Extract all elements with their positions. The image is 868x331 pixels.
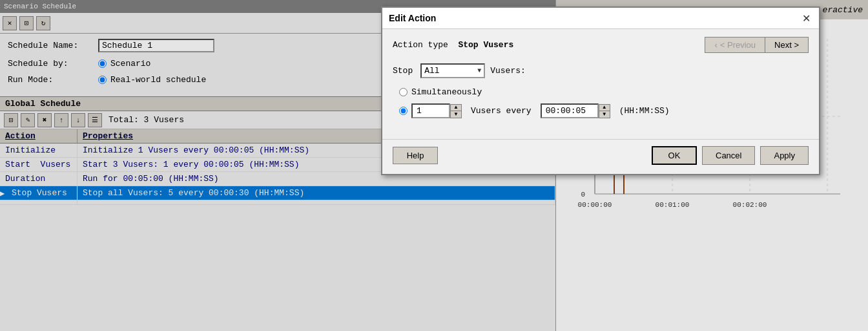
vuser-count-input[interactable] <box>411 103 450 118</box>
time-input[interactable] <box>541 103 599 118</box>
action-type-prefix: Action type <box>393 40 448 50</box>
vusers-label: Vusers: <box>490 66 526 76</box>
next-button[interactable]: Next > <box>765 37 809 53</box>
edit-action-dialog: Edit Action ✕ Action type Stop Vusers ‹ … <box>381 6 820 175</box>
spinner-arrows: ▲ ▼ <box>450 104 462 118</box>
spin-down-button[interactable]: ▼ <box>451 111 461 118</box>
select-arrow-icon: ▼ <box>477 67 481 74</box>
cancel-button[interactable]: Cancel <box>702 146 755 165</box>
time-spinner-input: ▲ ▼ <box>541 103 610 118</box>
radio-options: Simultaneously ▲ ▼ Vusers every ▲ <box>399 87 809 118</box>
help-button[interactable]: Help <box>393 147 438 164</box>
radio-simultaneously-input[interactable] <box>399 88 408 96</box>
dialog-close-button[interactable]: ✕ <box>800 12 812 25</box>
action-type-value: Stop Vusers <box>458 40 513 50</box>
stop-selected-value: All <box>424 66 439 76</box>
stop-row: Stop All ▼ Vusers: <box>393 63 809 78</box>
stop-label: Stop <box>393 66 413 76</box>
stop-select[interactable]: All ▼ <box>420 63 485 78</box>
dialog-titlebar: Edit Action ✕ <box>382 8 819 29</box>
ok-button[interactable]: OK <box>652 146 697 165</box>
prev-button[interactable]: ‹ < Previou <box>705 37 765 53</box>
dialog-body: Action type Stop Vusers ‹ < Previou Next… <box>382 29 819 133</box>
radio-simultaneously[interactable]: Simultaneously <box>399 87 809 97</box>
action-type-row: Action type Stop Vusers ‹ < Previou Next… <box>393 37 809 53</box>
time-spin-down-button[interactable]: ▼ <box>599 111 610 118</box>
hhmm-label: (HH:MM:SS) <box>619 106 670 116</box>
spinner-input: ▲ ▼ <box>411 103 462 118</box>
prev-label: < Previou <box>720 40 756 50</box>
spin-up-button[interactable]: ▲ <box>451 105 461 111</box>
action-type-text: Action type Stop Vusers <box>393 40 513 50</box>
dialog-footer: Help OK Cancel Apply <box>382 139 819 174</box>
next-label: Next > <box>774 40 799 50</box>
time-spinner-arrows: ▲ ▼ <box>599 104 610 118</box>
vusers-every-label: Vusers every <box>471 106 532 116</box>
nav-buttons: ‹ < Previou Next > <box>705 37 809 53</box>
radio-gradual[interactable]: ▲ ▼ Vusers every ▲ ▼ (HH:MM:SS) <box>399 103 809 118</box>
apply-button[interactable]: Apply <box>760 146 809 165</box>
time-spin-up-button[interactable]: ▲ <box>599 105 610 111</box>
dialog-title: Edit Action <box>389 13 436 23</box>
radio-simultaneously-label: Simultaneously <box>411 87 482 97</box>
radio-gradual-input[interactable] <box>399 107 408 115</box>
prev-icon: ‹ <box>714 40 717 50</box>
footer-right-buttons: OK Cancel Apply <box>652 146 809 165</box>
